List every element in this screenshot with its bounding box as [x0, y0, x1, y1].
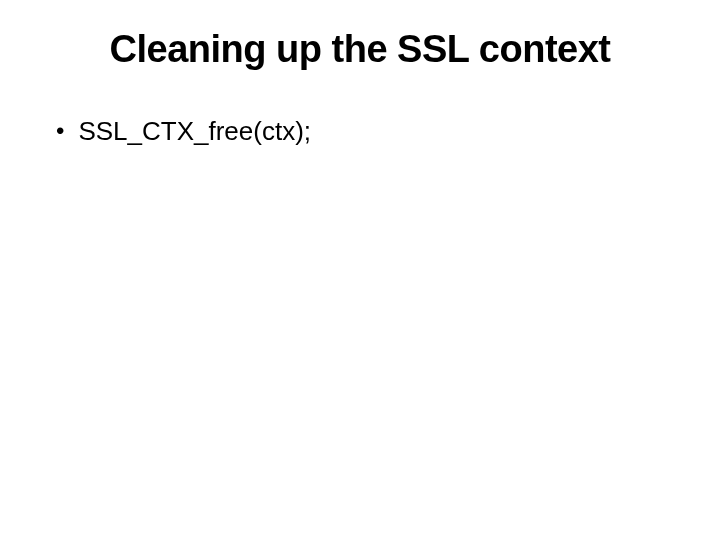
slide-title: Cleaning up the SSL context	[48, 28, 672, 71]
bullet-marker-icon: •	[56, 115, 64, 146]
bullet-list: • SSL_CTX_free(ctx);	[48, 115, 672, 149]
bullet-text: SSL_CTX_free(ctx);	[78, 115, 311, 149]
slide-container: Cleaning up the SSL context • SSL_CTX_fr…	[0, 0, 720, 540]
list-item: • SSL_CTX_free(ctx);	[56, 115, 672, 149]
